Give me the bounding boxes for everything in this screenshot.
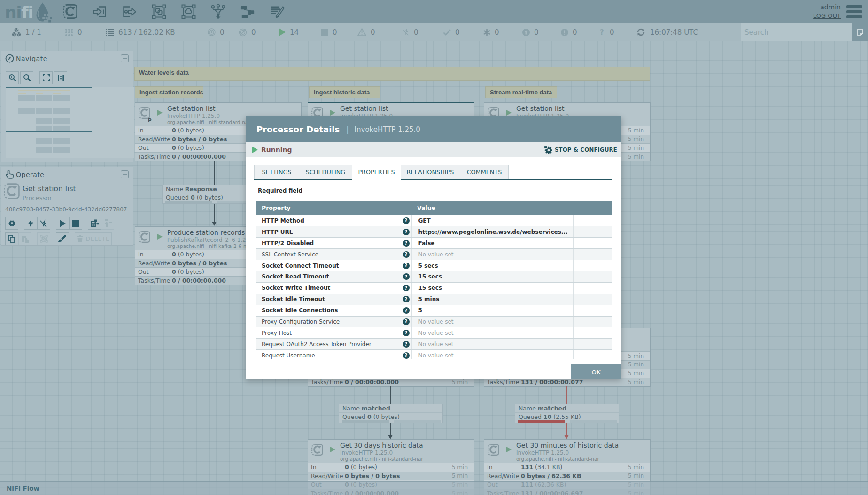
copy-button[interactable] bbox=[5, 232, 18, 245]
group-button[interactable] bbox=[37, 232, 50, 245]
property-row[interactable]: Socket Connect Timeout?5 secs bbox=[256, 260, 612, 271]
stop-and-configure-button[interactable]: STOP & CONFIGURE bbox=[544, 142, 617, 157]
nifi-drop-icon bbox=[35, 2, 52, 23]
property-row[interactable]: Socket Idle Timeout?5 mins bbox=[256, 294, 612, 305]
help-icon[interactable]: ? bbox=[403, 217, 410, 224]
help-icon[interactable]: ? bbox=[403, 285, 410, 291]
property-row[interactable]: Proxy Configuration Service?No value set bbox=[256, 316, 612, 327]
global-menu-icon[interactable] bbox=[846, 5, 862, 18]
search-input[interactable] bbox=[741, 28, 852, 37]
refresh-icon[interactable] bbox=[636, 28, 645, 36]
input-port-icon[interactable] bbox=[93, 4, 107, 19]
help-icon[interactable]: ? bbox=[403, 330, 410, 336]
connection-label-matched-1[interactable]: Name matchedQueued 0 (0 bytes) bbox=[339, 404, 443, 423]
property-row[interactable]: SSL Context Service?No value set bbox=[256, 249, 612, 260]
tab-settings[interactable]: SETTINGS bbox=[254, 165, 299, 179]
processor-bundle: org.apache.nifi - nifi-standard-nar bbox=[167, 119, 250, 125]
search-box[interactable] bbox=[741, 23, 852, 41]
property-row[interactable]: Socket Idle Connections?5 bbox=[256, 305, 612, 316]
connection-label-matched-2[interactable]: Name matchedQueued 10 (2.55 KB) bbox=[515, 404, 619, 423]
status-item-queued-list: 613 / 162.02 KB bbox=[106, 28, 175, 37]
fill-color-brush-button[interactable] bbox=[56, 232, 69, 245]
paste-button[interactable] bbox=[18, 232, 31, 245]
help-icon[interactable]: ? bbox=[403, 273, 410, 280]
flow-label-water-levels[interactable]: Water levels data bbox=[134, 67, 650, 81]
status-item-running-play: 14 bbox=[279, 28, 299, 37]
processor-stamp-icon bbox=[139, 231, 150, 243]
upload-template-button[interactable] bbox=[101, 217, 114, 230]
breadcrumb-root[interactable]: NiFi Flow bbox=[7, 485, 39, 492]
configure-gear-button[interactable] bbox=[5, 217, 18, 230]
remote-process-group-icon[interactable] bbox=[181, 4, 196, 19]
text: Request OAuth2 Access Token Provider? bbox=[256, 339, 411, 350]
property-row[interactable]: HTTP/2 Disabled?False bbox=[256, 238, 612, 249]
flow-label-ingest-historic[interactable]: Ingest historic data bbox=[309, 86, 380, 98]
stop-square-button[interactable] bbox=[69, 217, 82, 230]
template-icon[interactable] bbox=[240, 4, 255, 19]
status-count: 0 bbox=[251, 28, 256, 37]
text: 16:07:48 UTC bbox=[636, 28, 698, 37]
stat-value-bold: 0 bytes / 62.36 KB bbox=[521, 472, 581, 480]
property-row[interactable]: Socket Write Timeout?15 secs bbox=[256, 282, 612, 294]
help-icon[interactable]: ? bbox=[403, 229, 410, 235]
help-icon[interactable]: ? bbox=[403, 352, 410, 359]
flow-label-ingest-station[interactable]: Ingest station records bbox=[135, 86, 203, 98]
tab-scheduling[interactable]: SCHEDULING bbox=[299, 165, 352, 179]
zoom-actual-button[interactable] bbox=[54, 71, 67, 84]
navigate-panel-header[interactable]: Navigate bbox=[1, 51, 133, 65]
stat-label: Read/Write bbox=[138, 260, 172, 267]
zoom-in-button[interactable] bbox=[6, 71, 19, 84]
navigate-collapse-button[interactable] bbox=[121, 54, 129, 62]
delete-button[interactable]: DELETE bbox=[75, 232, 112, 245]
help-icon[interactable]: ? bbox=[403, 263, 410, 269]
funnel-icon[interactable] bbox=[211, 4, 225, 19]
save-template-button[interactable] bbox=[88, 217, 101, 230]
property-row[interactable]: Proxy Host?No value set bbox=[256, 327, 612, 339]
operate-panel-header[interactable]: Operate bbox=[1, 167, 133, 181]
zoom-out-button[interactable] bbox=[20, 71, 33, 84]
logout-link[interactable]: LOG OUT bbox=[813, 12, 841, 19]
help-icon[interactable]: ? bbox=[403, 341, 410, 348]
property-row[interactable]: Socket Read Timeout?15 secs bbox=[256, 271, 612, 282]
text: Proxy Host? bbox=[256, 327, 411, 339]
stat-label: Out bbox=[138, 144, 172, 151]
help-icon[interactable]: ? bbox=[403, 318, 410, 325]
output-port-icon[interactable] bbox=[122, 4, 137, 19]
start-play-button[interactable] bbox=[56, 217, 69, 230]
property-name: Socket Write Timeout bbox=[262, 285, 330, 291]
help-icon[interactable]: ? bbox=[403, 296, 410, 302]
enable-bolt-button[interactable] bbox=[24, 217, 37, 230]
process-group-icon[interactable] bbox=[152, 4, 166, 19]
stat-label: Read/Write bbox=[311, 472, 345, 480]
property-row[interactable]: HTTP URL?https://www.pegelonline.wsv.de/… bbox=[256, 226, 612, 238]
bulletin-board-button[interactable] bbox=[852, 23, 868, 41]
help-icon[interactable]: ? bbox=[403, 240, 410, 247]
connection-arrowhead bbox=[564, 435, 569, 439]
zoom-fit-button[interactable] bbox=[39, 71, 53, 84]
ok-button[interactable]: OK bbox=[571, 364, 621, 379]
dialog-title: Processor Details bbox=[256, 124, 340, 134]
text: No value set bbox=[411, 339, 573, 350]
tab-relationships[interactable]: RELATIONSHIPS bbox=[401, 165, 460, 179]
tab-comments[interactable]: COMMENTS bbox=[460, 165, 509, 179]
property-row[interactable]: Request Username?No value set bbox=[256, 350, 612, 359]
label-icon[interactable] bbox=[270, 4, 285, 19]
invalid-warning-triangle-icon bbox=[357, 28, 366, 36]
disable-bolt-slash-button[interactable] bbox=[37, 217, 50, 230]
property-row[interactable]: HTTP Method?GET bbox=[256, 215, 612, 226]
operate-collapse-button[interactable] bbox=[121, 170, 129, 178]
birdseye-minimap[interactable] bbox=[6, 87, 134, 158]
processor-icon[interactable] bbox=[63, 4, 78, 19]
tab-properties[interactable]: PROPERTIES bbox=[352, 165, 401, 182]
flow-label-stream-realtime[interactable]: Stream real-time data bbox=[485, 86, 557, 98]
birdseye-viewport[interactable] bbox=[6, 87, 92, 132]
processor-stat-row: In0 (0 bytes)5 min bbox=[308, 463, 474, 472]
running-state-icon bbox=[330, 447, 335, 452]
help-icon[interactable]: ? bbox=[403, 251, 410, 258]
dialog-tabs: SETTINGSSCHEDULINGPROPERTIESRELATIONSHIP… bbox=[254, 165, 612, 182]
text: Property Value bbox=[256, 201, 612, 215]
operate-panel-title: Operate bbox=[16, 171, 44, 178]
property-row[interactable]: Request OAuth2 Access Token Provider?No … bbox=[256, 339, 612, 350]
help-icon[interactable]: ? bbox=[403, 307, 410, 314]
hand-icon bbox=[5, 170, 14, 179]
